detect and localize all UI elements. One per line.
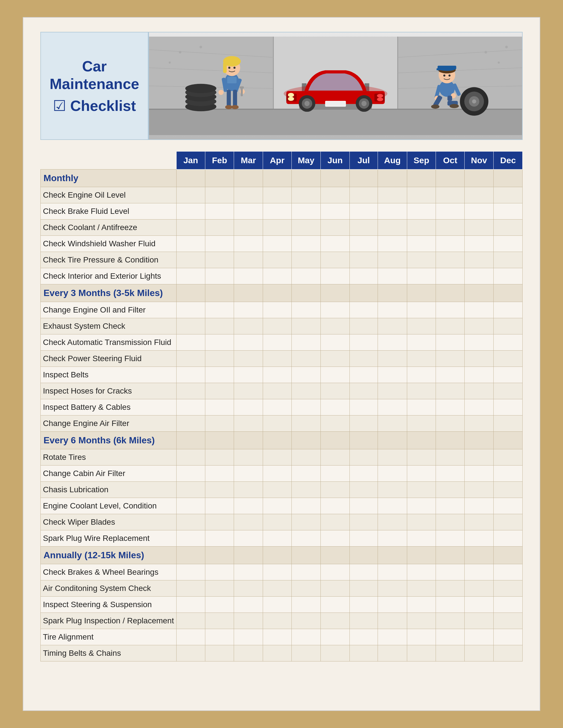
- checkbox-cell[interactable]: [349, 268, 378, 284]
- checkbox-cell[interactable]: [349, 482, 378, 498]
- checkbox-cell[interactable]: [234, 268, 263, 284]
- checkbox-cell[interactable]: [436, 318, 465, 334]
- checkbox-cell[interactable]: [494, 580, 523, 597]
- checkbox-cell[interactable]: [205, 498, 234, 514]
- checkbox-cell[interactable]: [407, 203, 436, 220]
- checkbox-cell[interactable]: [494, 613, 523, 629]
- checkbox-cell[interactable]: [234, 367, 263, 383]
- checkbox-cell[interactable]: [407, 482, 436, 498]
- checkbox-cell[interactable]: [494, 645, 523, 661]
- checkbox-cell[interactable]: [205, 449, 234, 466]
- checkbox-cell[interactable]: [436, 482, 465, 498]
- checkbox-cell[interactable]: [234, 236, 263, 252]
- checkbox-cell[interactable]: [407, 399, 436, 415]
- checkbox-cell[interactable]: [263, 318, 291, 334]
- checkbox-cell[interactable]: [291, 629, 320, 645]
- checkbox-cell[interactable]: [436, 449, 465, 466]
- checkbox-cell[interactable]: [349, 383, 378, 399]
- checkbox-cell[interactable]: [234, 187, 263, 203]
- checkbox-cell[interactable]: [378, 580, 407, 597]
- checkbox-cell[interactable]: [263, 268, 291, 284]
- checkbox-cell[interactable]: [465, 334, 494, 351]
- checkbox-cell[interactable]: [176, 187, 205, 203]
- checkbox-cell[interactable]: [378, 318, 407, 334]
- checkbox-cell[interactable]: [234, 252, 263, 268]
- checkbox-cell[interactable]: [176, 203, 205, 220]
- checkbox-cell[interactable]: [205, 564, 234, 580]
- checkbox-cell[interactable]: [234, 530, 263, 547]
- checkbox-cell[interactable]: [176, 236, 205, 252]
- checkbox-cell[interactable]: [234, 466, 263, 482]
- checkbox-cell[interactable]: [378, 236, 407, 252]
- checkbox-cell[interactable]: [263, 498, 291, 514]
- checkbox-cell[interactable]: [176, 367, 205, 383]
- checkbox-cell[interactable]: [234, 351, 263, 367]
- checkbox-cell[interactable]: [205, 252, 234, 268]
- checkbox-cell[interactable]: [378, 613, 407, 629]
- checkbox-cell[interactable]: [176, 613, 205, 629]
- checkbox-cell[interactable]: [234, 564, 263, 580]
- checkbox-cell[interactable]: [263, 613, 291, 629]
- checkbox-cell[interactable]: [494, 268, 523, 284]
- checkbox-cell[interactable]: [205, 220, 234, 236]
- checkbox-cell[interactable]: [407, 629, 436, 645]
- checkbox-cell[interactable]: [349, 449, 378, 466]
- checkbox-cell[interactable]: [291, 268, 320, 284]
- checkbox-cell[interactable]: [378, 367, 407, 383]
- checkbox-cell[interactable]: [436, 597, 465, 613]
- checkbox-cell[interactable]: [349, 252, 378, 268]
- checkbox-cell[interactable]: [494, 530, 523, 547]
- checkbox-cell[interactable]: [349, 318, 378, 334]
- checkbox-cell[interactable]: [436, 613, 465, 629]
- checkbox-cell[interactable]: [465, 466, 494, 482]
- checkbox-cell[interactable]: [291, 597, 320, 613]
- checkbox-cell[interactable]: [465, 498, 494, 514]
- checkbox-cell[interactable]: [494, 399, 523, 415]
- checkbox-cell[interactable]: [436, 367, 465, 383]
- checkbox-cell[interactable]: [176, 351, 205, 367]
- checkbox-cell[interactable]: [263, 334, 291, 351]
- checkbox-cell[interactable]: [291, 236, 320, 252]
- checkbox-cell[interactable]: [465, 564, 494, 580]
- checkbox-cell[interactable]: [349, 415, 378, 432]
- checkbox-cell[interactable]: [349, 613, 378, 629]
- checkbox-cell[interactable]: [494, 203, 523, 220]
- checkbox-cell[interactable]: [494, 564, 523, 580]
- checkbox-cell[interactable]: [205, 367, 234, 383]
- checkbox-cell[interactable]: [321, 318, 349, 334]
- checkbox-cell[interactable]: [291, 351, 320, 367]
- checkbox-cell[interactable]: [349, 334, 378, 351]
- checkbox-cell[interactable]: [436, 302, 465, 318]
- checkbox-cell[interactable]: [378, 629, 407, 645]
- checkbox-cell[interactable]: [378, 645, 407, 661]
- checkbox-cell[interactable]: [205, 187, 234, 203]
- checkbox-cell[interactable]: [407, 449, 436, 466]
- checkbox-cell[interactable]: [349, 399, 378, 415]
- checkbox-cell[interactable]: [321, 220, 349, 236]
- checkbox-cell[interactable]: [321, 302, 349, 318]
- checkbox-cell[interactable]: [291, 187, 320, 203]
- checkbox-cell[interactable]: [378, 514, 407, 530]
- checkbox-cell[interactable]: [234, 580, 263, 597]
- checkbox-cell[interactable]: [176, 645, 205, 661]
- checkbox-cell[interactable]: [321, 415, 349, 432]
- checkbox-cell[interactable]: [263, 383, 291, 399]
- checkbox-cell[interactable]: [465, 629, 494, 645]
- checkbox-cell[interactable]: [176, 580, 205, 597]
- checkbox-cell[interactable]: [321, 203, 349, 220]
- checkbox-cell[interactable]: [321, 498, 349, 514]
- checkbox-cell[interactable]: [378, 498, 407, 514]
- checkbox-cell[interactable]: [494, 449, 523, 466]
- checkbox-cell[interactable]: [494, 220, 523, 236]
- checkbox-cell[interactable]: [465, 187, 494, 203]
- checkbox-cell[interactable]: [494, 498, 523, 514]
- checkbox-cell[interactable]: [321, 530, 349, 547]
- checkbox-cell[interactable]: [378, 351, 407, 367]
- checkbox-cell[interactable]: [263, 645, 291, 661]
- checkbox-cell[interactable]: [436, 530, 465, 547]
- checkbox-cell[interactable]: [321, 236, 349, 252]
- checkbox-cell[interactable]: [436, 564, 465, 580]
- checkbox-cell[interactable]: [291, 252, 320, 268]
- checkbox-cell[interactable]: [234, 645, 263, 661]
- checkbox-cell[interactable]: [465, 399, 494, 415]
